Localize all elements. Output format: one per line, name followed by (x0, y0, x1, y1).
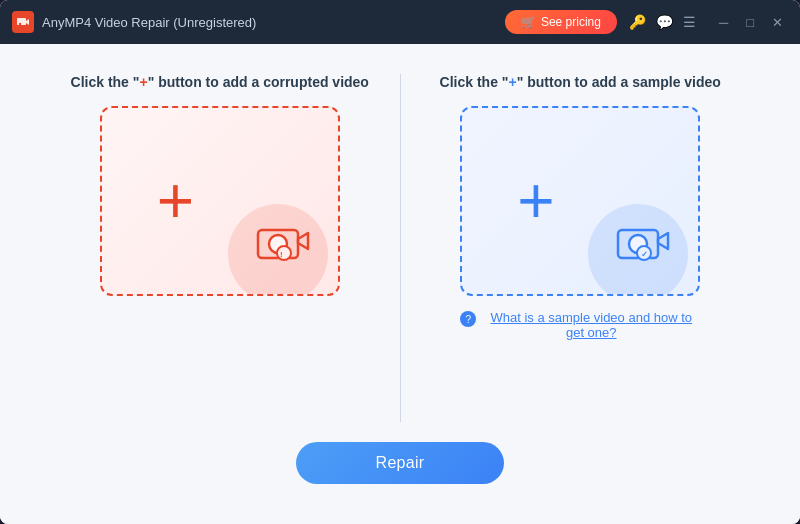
svg-rect-0 (17, 18, 26, 25)
corrupted-upload-area[interactable]: + ! (100, 106, 340, 296)
key-icon[interactable]: 🔑 (629, 14, 646, 30)
title-bar-right: 🔑 💬 ☰ ─ □ ✕ (629, 13, 788, 32)
corrupted-plus-icon: + (157, 169, 194, 233)
app-icon (12, 11, 34, 33)
corrupted-video-panel: Click the "+" button to add a corrupted … (40, 64, 400, 432)
corrupted-panel-title: Click the "+" button to add a corrupted … (71, 74, 369, 90)
help-icon: ? (460, 311, 476, 327)
chat-icon[interactable]: 💬 (656, 14, 673, 30)
sample-video-panel: Click the "+" button to add a sample vid… (401, 64, 761, 432)
menu-icon[interactable]: ☰ (683, 14, 696, 30)
see-pricing-button[interactable]: 🛒 See pricing (505, 10, 617, 34)
cart-icon: 🛒 (521, 15, 536, 29)
svg-point-2 (19, 23, 21, 25)
app-window: AnyMP4 Video Repair (Unregistered) 🛒 See… (0, 0, 800, 524)
svg-marker-9 (658, 233, 668, 249)
help-link-text: What is a sample video and how to get on… (482, 310, 700, 340)
title-bar-left: AnyMP4 Video Repair (Unregistered) (12, 11, 505, 33)
sample-panel-title: Click the "+" button to add a sample vid… (440, 74, 721, 90)
repair-button[interactable]: Repair (296, 442, 505, 484)
maximize-button[interactable]: □ (741, 13, 759, 32)
app-title: AnyMP4 Video Repair (Unregistered) (42, 15, 256, 30)
panels-row: Click the "+" button to add a corrupted … (40, 64, 760, 432)
main-content: Click the "+" button to add a corrupted … (0, 44, 800, 524)
window-controls: ─ □ ✕ (714, 13, 788, 32)
close-button[interactable]: ✕ (767, 13, 788, 32)
svg-text:!: ! (280, 250, 283, 259)
svg-text:✓: ✓ (641, 250, 648, 259)
minimize-button[interactable]: ─ (714, 13, 733, 32)
bottom-area: Repair (40, 432, 760, 504)
svg-marker-4 (298, 233, 308, 249)
title-bar: AnyMP4 Video Repair (Unregistered) 🛒 See… (0, 0, 800, 44)
sample-plus-icon: + (517, 169, 554, 233)
pricing-label: See pricing (541, 15, 601, 29)
corrupted-camera-icon: ! (256, 220, 310, 266)
sample-camera-icon: ✓ (616, 220, 670, 266)
title-bar-center: 🛒 See pricing (505, 10, 617, 34)
svg-marker-1 (26, 19, 29, 25)
sample-video-help-link[interactable]: ? What is a sample video and how to get … (460, 310, 700, 340)
sample-upload-area[interactable]: + ✓ (460, 106, 700, 296)
